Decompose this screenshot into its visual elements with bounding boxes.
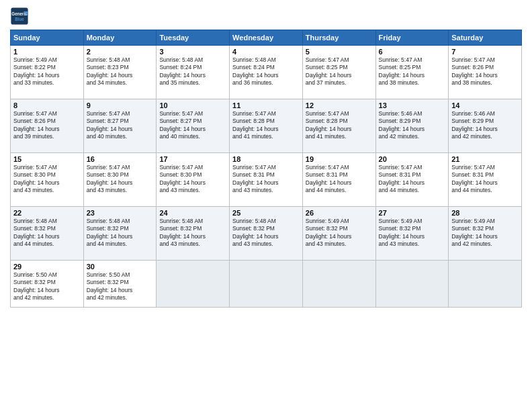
- day-number: 26: [306, 209, 373, 217]
- day-number: 19: [306, 155, 373, 163]
- cell-info: Sunrise: 5:48 AMSunset: 8:32 PMDaylight:…: [232, 218, 300, 248]
- day-number: 20: [379, 155, 446, 163]
- calendar-cell: 24Sunrise: 5:48 AMSunset: 8:32 PMDayligh…: [157, 207, 230, 261]
- calendar-header-row: SundayMondayTuesdayWednesdayThursdayFrid…: [11, 30, 522, 46]
- calendar-week-2: 8Sunrise: 5:47 AMSunset: 8:26 PMDaylight…: [11, 99, 522, 153]
- cell-info: Sunrise: 5:49 AMSunset: 8:32 PMDaylight:…: [451, 218, 519, 248]
- header-wednesday: Wednesday: [230, 30, 303, 46]
- cell-info: Sunrise: 5:47 AMSunset: 8:30 PMDaylight:…: [87, 164, 154, 195]
- calendar-cell: 12Sunrise: 5:47 AMSunset: 8:28 PMDayligh…: [302, 99, 375, 153]
- cell-info: Sunrise: 5:47 AMSunset: 8:27 PMDaylight:…: [87, 110, 154, 141]
- calendar-cell: 15Sunrise: 5:47 AMSunset: 8:30 PMDayligh…: [11, 153, 84, 207]
- calendar-cell: [375, 261, 449, 308]
- day-number: 1: [13, 48, 81, 56]
- cell-info: Sunrise: 5:47 AMSunset: 8:31 PMDaylight:…: [306, 164, 373, 195]
- header: General Blue: [10, 7, 522, 26]
- day-number: 11: [232, 101, 300, 109]
- day-number: 18: [232, 155, 300, 163]
- calendar-cell: 26Sunrise: 5:49 AMSunset: 8:32 PMDayligh…: [302, 207, 375, 261]
- calendar-week-5: 29Sunrise: 5:50 AMSunset: 8:32 PMDayligh…: [11, 261, 522, 308]
- header-tuesday: Tuesday: [157, 30, 230, 46]
- cell-info: Sunrise: 5:49 AMSunset: 8:32 PMDaylight:…: [379, 218, 446, 248]
- cell-info: Sunrise: 5:48 AMSunset: 8:24 PMDaylight:…: [159, 56, 226, 87]
- header-friday: Friday: [375, 30, 449, 46]
- calendar-cell: [449, 261, 522, 308]
- cell-info: Sunrise: 5:49 AMSunset: 8:22 PMDaylight:…: [13, 56, 81, 87]
- day-number: 5: [306, 48, 373, 56]
- cell-info: Sunrise: 5:50 AMSunset: 8:32 PMDaylight:…: [13, 271, 81, 302]
- header-sunday: Sunday: [11, 30, 84, 46]
- day-number: 3: [159, 48, 226, 56]
- cell-info: Sunrise: 5:47 AMSunset: 8:28 PMDaylight:…: [306, 110, 373, 141]
- day-number: 23: [87, 209, 154, 217]
- cell-info: Sunrise: 5:47 AMSunset: 8:31 PMDaylight:…: [379, 164, 446, 195]
- day-number: 14: [451, 101, 519, 109]
- cell-info: Sunrise: 5:48 AMSunset: 8:23 PMDaylight:…: [87, 56, 154, 87]
- header-saturday: Saturday: [449, 30, 522, 46]
- cell-info: Sunrise: 5:47 AMSunset: 8:25 PMDaylight:…: [379, 56, 446, 87]
- svg-text:Blue: Blue: [15, 17, 24, 21]
- calendar-cell: [302, 261, 375, 308]
- calendar-cell: 13Sunrise: 5:46 AMSunset: 8:29 PMDayligh…: [375, 99, 449, 153]
- cell-info: Sunrise: 5:48 AMSunset: 8:32 PMDaylight:…: [159, 218, 226, 248]
- cell-info: Sunrise: 5:47 AMSunset: 8:26 PMDaylight:…: [13, 110, 81, 141]
- calendar-cell: 4Sunrise: 5:48 AMSunset: 8:24 PMDaylight…: [230, 46, 303, 99]
- day-number: 21: [451, 155, 519, 163]
- calendar-cell: 14Sunrise: 5:46 AMSunset: 8:29 PMDayligh…: [449, 99, 522, 153]
- calendar-cell: 29Sunrise: 5:50 AMSunset: 8:32 PMDayligh…: [11, 261, 84, 308]
- day-number: 2: [87, 48, 154, 56]
- day-number: 10: [159, 101, 226, 109]
- calendar-cell: 21Sunrise: 5:47 AMSunset: 8:31 PMDayligh…: [449, 153, 522, 207]
- day-number: 8: [13, 101, 81, 109]
- calendar-cell: 5Sunrise: 5:47 AMSunset: 8:25 PMDaylight…: [302, 46, 375, 99]
- logo-icon: General Blue: [10, 7, 29, 26]
- calendar-cell: 6Sunrise: 5:47 AMSunset: 8:25 PMDaylight…: [375, 46, 449, 99]
- day-number: 16: [87, 155, 154, 163]
- calendar-cell: 9Sunrise: 5:47 AMSunset: 8:27 PMDaylight…: [83, 99, 157, 153]
- cell-info: Sunrise: 5:48 AMSunset: 8:32 PMDaylight:…: [87, 218, 154, 248]
- calendar-cell: 10Sunrise: 5:47 AMSunset: 8:27 PMDayligh…: [157, 99, 230, 153]
- cell-info: Sunrise: 5:47 AMSunset: 8:28 PMDaylight:…: [232, 110, 300, 141]
- calendar-cell: 22Sunrise: 5:48 AMSunset: 8:32 PMDayligh…: [11, 207, 84, 261]
- calendar-cell: 17Sunrise: 5:47 AMSunset: 8:30 PMDayligh…: [157, 153, 230, 207]
- calendar-week-4: 22Sunrise: 5:48 AMSunset: 8:32 PMDayligh…: [11, 207, 522, 261]
- calendar-week-3: 15Sunrise: 5:47 AMSunset: 8:30 PMDayligh…: [11, 153, 522, 207]
- day-number: 27: [379, 209, 446, 217]
- cell-info: Sunrise: 5:47 AMSunset: 8:27 PMDaylight:…: [159, 110, 226, 141]
- day-number: 15: [13, 155, 81, 163]
- day-number: 22: [13, 209, 81, 217]
- svg-rect-0: [11, 7, 28, 24]
- calendar-cell: 28Sunrise: 5:49 AMSunset: 8:32 PMDayligh…: [449, 207, 522, 261]
- calendar-cell: 19Sunrise: 5:47 AMSunset: 8:31 PMDayligh…: [302, 153, 375, 207]
- cell-info: Sunrise: 5:46 AMSunset: 8:29 PMDaylight:…: [379, 110, 446, 141]
- day-number: 9: [87, 101, 154, 109]
- day-number: 17: [159, 155, 226, 163]
- cell-info: Sunrise: 5:48 AMSunset: 8:24 PMDaylight:…: [232, 56, 300, 87]
- calendar-cell: 27Sunrise: 5:49 AMSunset: 8:32 PMDayligh…: [375, 207, 449, 261]
- header-thursday: Thursday: [302, 30, 375, 46]
- calendar-cell: [157, 261, 230, 308]
- calendar-cell: 11Sunrise: 5:47 AMSunset: 8:28 PMDayligh…: [230, 99, 303, 153]
- day-number: 24: [159, 209, 226, 217]
- calendar-cell: 8Sunrise: 5:47 AMSunset: 8:26 PMDaylight…: [11, 99, 84, 153]
- calendar-cell: 30Sunrise: 5:50 AMSunset: 8:32 PMDayligh…: [83, 261, 157, 308]
- cell-info: Sunrise: 5:47 AMSunset: 8:31 PMDaylight:…: [232, 164, 300, 195]
- day-number: 12: [306, 101, 373, 109]
- day-number: 25: [232, 209, 300, 217]
- calendar-week-1: 1Sunrise: 5:49 AMSunset: 8:22 PMDaylight…: [11, 46, 522, 99]
- cell-info: Sunrise: 5:49 AMSunset: 8:32 PMDaylight:…: [306, 218, 373, 248]
- day-number: 6: [379, 48, 446, 56]
- day-number: 13: [379, 101, 446, 109]
- cell-info: Sunrise: 5:47 AMSunset: 8:30 PMDaylight:…: [159, 164, 226, 195]
- day-number: 29: [13, 263, 81, 271]
- cell-info: Sunrise: 5:47 AMSunset: 8:30 PMDaylight:…: [13, 164, 81, 195]
- cell-info: Sunrise: 5:47 AMSunset: 8:26 PMDaylight:…: [451, 56, 519, 87]
- cell-info: Sunrise: 5:47 AMSunset: 8:25 PMDaylight:…: [306, 56, 373, 87]
- day-number: 30: [87, 263, 154, 271]
- day-number: 7: [451, 48, 519, 56]
- calendar-cell: 2Sunrise: 5:48 AMSunset: 8:23 PMDaylight…: [83, 46, 157, 99]
- calendar-cell: 25Sunrise: 5:48 AMSunset: 8:32 PMDayligh…: [230, 207, 303, 261]
- calendar-cell: 23Sunrise: 5:48 AMSunset: 8:32 PMDayligh…: [83, 207, 157, 261]
- cell-info: Sunrise: 5:48 AMSunset: 8:32 PMDaylight:…: [13, 218, 81, 248]
- calendar-cell: 20Sunrise: 5:47 AMSunset: 8:31 PMDayligh…: [375, 153, 449, 207]
